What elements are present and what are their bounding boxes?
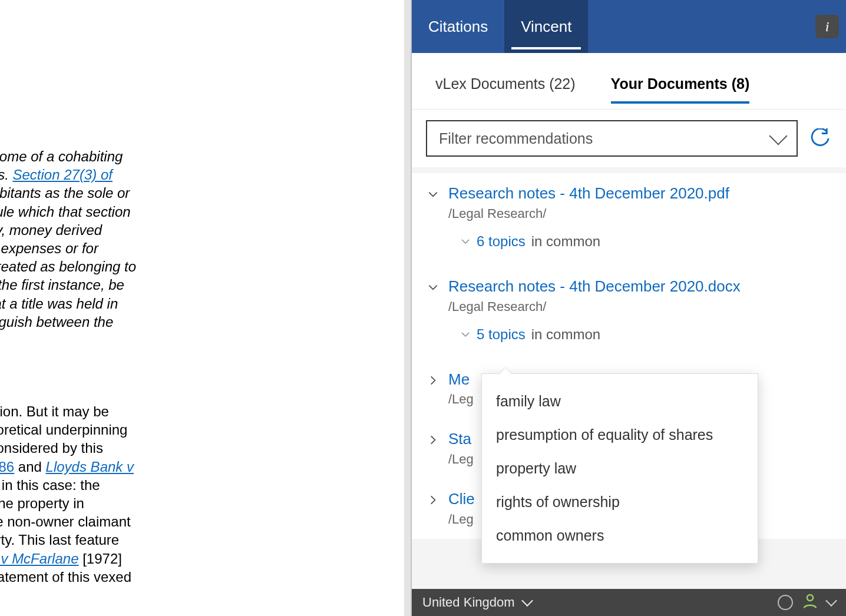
topics-in-common[interactable]: 6 topics in common (460, 233, 832, 250)
chevron-down-icon (769, 127, 787, 145)
expand-toggle[interactable] (426, 280, 440, 294)
topics-count: 5 topics (477, 326, 526, 343)
document-pane: swer to how the value of the home of a c… (0, 0, 389, 616)
panel-footer: United Kingdom (412, 589, 846, 616)
filter-row: Filter recommendations (412, 110, 846, 167)
topics-suffix: in common (531, 326, 600, 343)
topic-item[interactable]: rights of ownership (496, 485, 743, 519)
result-title-link[interactable]: Clie (448, 489, 475, 509)
results-list: Research notes - 4th December 2020.pdf/L… (412, 167, 846, 589)
chevron-down-icon (460, 236, 471, 247)
document-paragraph: thing at all to Lady Hale's opinion. But… (0, 402, 389, 586)
document-paragraph: swer to how the value of the home of a c… (0, 147, 389, 349)
status-circle-icon[interactable] (778, 595, 793, 610)
tab-citations[interactable]: Citations (412, 0, 504, 53)
result-title-link[interactable]: Research notes - 4th December 2020.pdf (448, 184, 729, 204)
panel-tabbar: Citations Vincent i (412, 0, 846, 53)
expand-toggle[interactable] (426, 187, 440, 201)
statute-link[interactable]: Section 27(3) of (13, 167, 113, 183)
expand-toggle[interactable] (426, 433, 440, 447)
refresh-icon (810, 128, 830, 148)
result-title-link[interactable]: Research notes - 4th December 2020.docx (448, 277, 741, 297)
topics-in-common[interactable]: 5 topics in common (460, 326, 832, 343)
vincent-panel: Citations Vincent i vLex Documents (22) … (411, 0, 846, 616)
subtab-vlex-documents[interactable]: vLex Documents (22) (435, 75, 576, 103)
svg-point-0 (807, 595, 813, 601)
pane-divider[interactable] (389, 0, 411, 616)
topic-item[interactable]: family law (496, 385, 743, 418)
tab-vincent[interactable]: Vincent (504, 0, 588, 53)
panel-subtabs: vLex Documents (22) Your Documents (8) (412, 53, 846, 110)
topics-count: 6 topics (477, 233, 526, 250)
case-link[interactable]: Lloyds Bank v (46, 459, 134, 475)
result-title-link[interactable]: Sta (448, 429, 471, 449)
result-item: Research notes - 4th December 2020.docx/… (412, 266, 846, 359)
user-icon[interactable] (801, 592, 819, 613)
chevron-down-icon[interactable] (825, 595, 837, 607)
topic-item[interactable]: property law (496, 452, 743, 485)
filter-placeholder: Filter recommendations (439, 130, 593, 147)
citation-link[interactable]: [1971] AC 886 (0, 459, 14, 475)
expand-toggle[interactable] (426, 373, 440, 388)
filter-recommendations-select[interactable]: Filter recommendations (426, 120, 798, 157)
refresh-button[interactable] (808, 127, 832, 150)
topic-item[interactable]: presumption of equality of shares (496, 418, 743, 452)
result-path: /Legal Research/ (448, 299, 832, 314)
region-label[interactable]: United Kingdom (422, 595, 515, 610)
chevron-down-icon[interactable] (521, 595, 533, 607)
result-title-link[interactable]: Me (448, 370, 470, 390)
topics-suffix: in common (531, 233, 600, 250)
subtab-your-documents[interactable]: Your Documents (8) (611, 75, 750, 103)
result-path: /Legal Research/ (448, 206, 832, 221)
topics-popover: family lawpresumption of equality of sha… (481, 373, 758, 564)
expand-toggle[interactable] (426, 493, 440, 507)
info-icon[interactable]: i (815, 15, 839, 38)
case-link[interactable]: McFarlane v McFarlane (0, 551, 79, 567)
topic-item[interactable]: common owners (496, 519, 743, 552)
result-item: Research notes - 4th December 2020.pdf/L… (412, 173, 846, 266)
chevron-down-icon (460, 329, 471, 340)
